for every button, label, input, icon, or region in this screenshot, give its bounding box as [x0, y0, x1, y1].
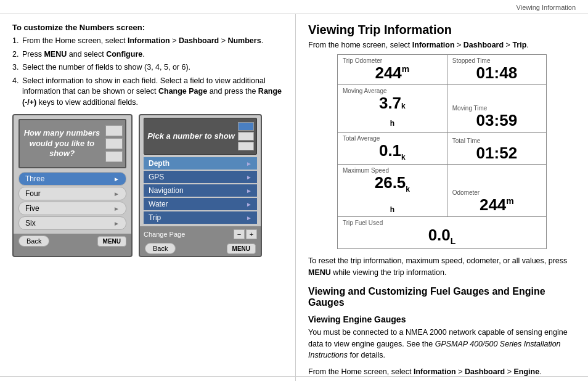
trip-row-3: Total Average 0.1k Total Time 01:52: [338, 132, 547, 164]
trip-row-2: Moving Average 3.7kh Moving Time 03:59: [338, 84, 547, 132]
howmany-sq-3: [105, 151, 123, 162]
change-page-buttons: − +: [234, 229, 257, 239]
menu-label-five: Five: [25, 204, 39, 213]
pick-item-trip[interactable]: Trip ►: [144, 211, 257, 224]
right-menu-button[interactable]: MENU: [227, 244, 256, 254]
pick-label-gps: GPS: [149, 173, 164, 181]
trip-cell-total-avg: Total Average 0.1k: [338, 132, 447, 164]
section-title: To customize the Numbers screen:: [12, 23, 283, 32]
arrow-five: ►: [113, 205, 120, 212]
left-column: To customize the Numbers screen: 1. From…: [0, 14, 296, 381]
value-moving-avg: 3.7kh: [379, 94, 406, 130]
pick-item-gps[interactable]: GPS ►: [144, 171, 257, 183]
num-2: 2.: [12, 49, 18, 60]
trip-row-1: Trip Odometer 244m Stopped Time 01:48: [338, 55, 547, 85]
reset-text: To reset the trip information, maximum s…: [308, 255, 576, 279]
right-menu-label: MENU: [232, 245, 250, 252]
pick-sq-blue: [238, 122, 254, 131]
change-page-bar: Change Page − +: [140, 227, 261, 241]
pick-arrow-trip: ►: [246, 215, 252, 221]
trip-cell-stopped-time: Stopped Time 01:48: [447, 55, 546, 85]
arrow-six: ►: [113, 220, 120, 227]
num-3: 3.: [12, 62, 18, 73]
value-moving-time: 03:59: [476, 111, 518, 129]
device-right: Pick a number to show Depth ►: [139, 114, 262, 257]
instruction-1: 1. From the Home screen, select Informat…: [12, 36, 283, 47]
pick-arrow-gps: ►: [246, 174, 252, 181]
fuel-gauges-heading: Viewing and Customizing Fuel Gauges and …: [308, 286, 576, 308]
trip-cell-odometer2: Odometer 244m: [447, 165, 546, 217]
pick-label-navigation: Navigation: [149, 186, 184, 195]
arrow-three: ►: [113, 176, 120, 182]
picknumber-box: Pick a number to show: [144, 118, 257, 155]
menu-item-five[interactable]: Five ►: [18, 202, 126, 215]
howmany-sq-1: [105, 125, 123, 136]
menu-label-four: Four: [25, 189, 41, 198]
pick-squares: [238, 122, 254, 150]
pick-label-trip: Trip: [149, 213, 161, 222]
minus-button[interactable]: −: [234, 229, 245, 239]
value-total-avg: 0.1k: [379, 141, 406, 160]
pick-sq-white-1: [238, 132, 254, 141]
howmany-box: How many numbers would you like to show?: [18, 119, 126, 168]
devices-area: How many numbers would you like to show?…: [12, 114, 283, 257]
main-content: To customize the Numbers screen: 1. From…: [0, 14, 588, 381]
right-column: Viewing Trip Information From the home s…: [296, 14, 588, 381]
left-back-button[interactable]: Back: [18, 236, 49, 247]
trip-cell-max-speed: Maximum Speed 26.5kh: [338, 165, 447, 217]
trip-cell-moving-time: Moving Time 03:59: [447, 84, 546, 132]
instruction-3: 3. Select the number of fields to show (…: [12, 62, 283, 73]
pick-arrow-navigation: ►: [246, 187, 252, 194]
menu-label-six: Six: [25, 219, 36, 227]
menu-item-four[interactable]: Four ►: [18, 187, 126, 200]
value-total-time: 01:52: [476, 144, 518, 162]
left-back-bar: Back MENU: [14, 234, 131, 248]
arrow-four: ►: [113, 190, 120, 197]
right-back-label: Back: [153, 245, 168, 252]
instruction-2: 2. Press MENU and select Configure.: [12, 49, 283, 60]
value-max-speed: 26.5kh: [375, 173, 410, 211]
pick-label-depth: Depth: [149, 159, 169, 168]
value-odometer2: 244m: [480, 195, 514, 214]
howmany-squares: [105, 125, 123, 162]
trip-row-4: Maximum Speed 26.5kh Odometer 244m: [338, 165, 547, 217]
device-right-screen: Pick a number to show Depth ►: [140, 115, 261, 226]
right-back-bar: Back MENU: [140, 241, 261, 256]
left-menu-label: MENU: [103, 238, 121, 245]
left-back-label: Back: [27, 237, 41, 245]
pick-item-water[interactable]: Water ►: [144, 198, 257, 210]
menu-item-three[interactable]: Three ►: [18, 172, 126, 186]
pick-item-depth[interactable]: Depth ►: [144, 157, 257, 170]
footer: GPSMAP 400/500 Series Owner's Manual 31: [0, 376, 588, 381]
trip-intro: From the home screen, select Information…: [308, 41, 576, 49]
label-moving-avg: Moving Average: [343, 88, 442, 94]
pick-item-navigation[interactable]: Navigation ►: [144, 184, 257, 197]
pick-arrow-water: ►: [246, 201, 252, 208]
plus-button[interactable]: +: [246, 229, 257, 239]
menu-label-three: Three: [25, 174, 44, 183]
change-page-label: Change Page: [144, 231, 185, 238]
menu-item-six[interactable]: Six ►: [18, 216, 126, 230]
howmany-sq-2: [105, 138, 123, 149]
pick-arrow-depth: ►: [246, 160, 252, 167]
num-4: 4.: [12, 76, 18, 87]
num-1: 1.: [12, 36, 18, 47]
pick-sq-white-2: [238, 142, 254, 150]
trip-cell-moving-avg: Moving Average 3.7kh: [338, 84, 447, 132]
left-menu-button[interactable]: MENU: [97, 236, 126, 247]
trip-row-fuel: Trip Fuel Used 0.0L: [338, 216, 547, 249]
engine-body-text: You must be connected to a NMEA 2000 net…: [308, 327, 576, 361]
right-menu-list: Depth ► GPS ► Navigation ► Water: [144, 157, 257, 224]
left-menu-list: Three ► Four ► Five ► Six: [18, 172, 126, 230]
instruction-4: 4. Select information to show in each fi…: [12, 76, 283, 109]
device-left-screen: How many numbers would you like to show?…: [14, 115, 131, 234]
value-fuel: 0.0L: [428, 226, 456, 244]
value-trip-odometer: 244m: [375, 63, 409, 82]
trip-cell-total-time: Total Time 01:52: [447, 132, 546, 164]
howmany-text: How many numbers would you like to show?: [22, 128, 102, 160]
header-label: Viewing Information: [517, 4, 576, 11]
instruction-list: 1. From the Home screen, select Informat…: [12, 36, 283, 108]
device-left: How many numbers would you like to show?…: [12, 114, 133, 257]
header-bar: Viewing Information: [0, 0, 588, 14]
right-back-button[interactable]: Back: [145, 243, 176, 254]
